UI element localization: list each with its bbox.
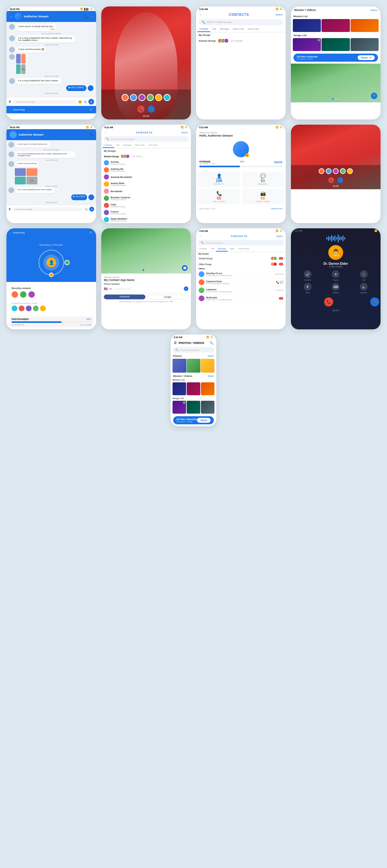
select-btn[interactable]: Select [208,355,214,357]
contact-item[interactable]: Dylan Hamilton 10 Mutual Friends [101,216,191,223]
back-arrow[interactable]: ← [199,235,202,238]
movie-1[interactable] [173,382,186,395]
song-thumb-2[interactable] [321,38,350,51]
menu-icon[interactable]: ☰ [174,341,177,345]
movie-thumb-3[interactable] [351,19,379,32]
message-input[interactable]: Type your message... [12,207,83,211]
confirm-icon[interactable]: ✓ [184,286,188,291]
dot-2[interactable] [335,98,337,100]
prev-avatar[interactable] [40,306,46,311]
select-label[interactable]: Select [182,131,188,134]
call-icon[interactable]: 📞 [276,281,279,284]
more-icon[interactable]: ⋯ [90,15,93,19]
select-label[interactable]: Select [275,13,283,16]
tab-video[interactable]: Video Chat [133,143,146,148]
dot-1[interactable] [332,98,334,100]
song-3[interactable] [201,401,214,414]
prev-avatar[interactable] [19,306,25,311]
mic-icon[interactable]: 🎙 [8,208,11,211]
video-call-button[interactable]: 📹 [370,298,379,306]
contact-item[interactable]: Audrey Belle 12 Mutual Friends [101,181,191,188]
song-thumb-3[interactable] [351,38,379,51]
tab-invite[interactable]: Invite Frien [146,143,160,148]
search-icon[interactable]: 🔍 [209,341,213,345]
school-group-item[interactable]: School Group 5 [196,255,286,261]
phone-icon[interactable]: 📞 [90,133,93,136]
tab-message[interactable]: Message [121,143,133,148]
contact-item[interactable]: Colin 5 Mutual Friends [101,202,191,209]
contact-item[interactable]: Brandon Cameron 15 Mutual Friends [101,195,191,202]
mute-btn[interactable]: 🎙 Mute [295,283,321,293]
prev-avatar[interactable] [11,306,17,311]
add-btn[interactable]: ➕ Add [351,270,377,281]
school-group-row[interactable]: School Group 121 Friends [196,37,286,44]
tab-call[interactable]: Call [114,143,121,148]
back-arrow-icon[interactable]: ← [199,13,203,17]
send-button[interactable]: ➤ [89,99,94,104]
back-search-label[interactable]: ← Searching [10,231,25,234]
song-1[interactable]: ✓ [173,401,186,414]
phone-icon[interactable]: 📞 [84,15,88,19]
search-icon[interactable]: 🛒 [89,231,93,235]
select-label[interactable]: Select [276,235,283,237]
photo-thumb[interactable] [187,359,201,373]
message-input[interactable]: Type your message... [13,100,77,104]
school-group[interactable]: School Group 121 Friends [101,153,191,159]
tab-invite[interactable]: Invite Frien [246,27,261,32]
end-call-button[interactable]: 📞 [328,177,334,183]
tab-call[interactable]: Call [210,27,218,32]
end-call-button[interactable]: 📞 [137,105,144,113]
tab-message[interactable]: Message [216,246,228,252]
prev-avatar[interactable] [26,306,32,311]
chat-input-bar[interactable]: 🎙 Type your message... 📎 ➤ [6,205,96,213]
message-item[interactable]: Dorothy Ch ico Lorem ipsum is simply dum… [196,270,286,278]
msg-icon[interactable]: 💬 [280,281,283,284]
share-button[interactable]: Share ➤ [358,55,375,60]
recent-contact[interactable]: ..... [20,291,27,300]
contact-item[interactable]: Amanda Bernadette [101,174,191,181]
tab-message[interactable]: Message [218,27,231,32]
movie-thumb-2[interactable] [321,19,350,32]
office-group-item[interactable]: Office Group 3 [196,261,286,267]
pause-btn[interactable]: ⏸ Pause [323,270,349,281]
message-item[interactable]: McDonald Lorem ipsum is simply dummy... … [196,294,286,303]
tab-call[interactable]: Call [209,246,216,252]
prev-avatar[interactable] [33,306,39,311]
dot-3[interactable] [338,98,340,100]
tab-invite[interactable]: Invite Friend [237,246,251,252]
back-arrow-icon[interactable]: ← [10,15,13,19]
attach-icon[interactable]: 📎 [84,208,88,211]
search-bar[interactable]: 🔍 Q Search group/chat [198,240,284,245]
message-item[interactable]: Lawrence Lorem ipsum is simply dummy... … [196,286,286,294]
facebook-button[interactable]: Facebook [104,294,145,299]
emoji-icon[interactable]: 😊 [78,100,82,104]
select-label[interactable]: Select [370,9,377,11]
dialpad-btn[interactable]: ⌨ Dialpad [323,283,349,293]
chat-input-bar[interactable]: 🎙 Type your message... 😊 📎 ➤ [6,97,96,106]
search-bar[interactable]: 🔍 Q Search Contacts by name [103,136,189,142]
speaker2-btn[interactable]: 🔈 Speaker [351,283,377,293]
search-bar[interactable]: 🔍 Q Search photo/videos [173,347,215,352]
recent-contact[interactable]: ..... [11,291,18,300]
phone-field[interactable]: 🇺🇸 +1 +1 XXXXX YYYY ✓ [104,285,188,292]
photo-thumb[interactable] [201,359,214,373]
help-icon[interactable]: ? [371,93,377,99]
recent-contact[interactable]: ..... [28,291,35,300]
movie-3[interactable] [201,382,214,395]
upgrade-plan[interactable]: Upgrade Plan [271,208,283,210]
mic-icon[interactable]: 🎙 [8,100,11,104]
video-button[interactable]: 📹 [148,105,155,113]
dot-2[interactable] [145,269,147,271]
dot-active[interactable] [143,269,144,271]
tab-video[interactable]: Video [228,246,236,252]
search-bar[interactable]: 🔍 Search Contacts by name [199,19,283,25]
tab-contacts[interactable]: Contacts [197,27,210,32]
tab-contacts[interactable]: Contacts [197,246,209,252]
tab-contacts[interactable]: Contacts [103,143,114,148]
speaker-btn[interactable]: 🔊 Speaker [295,270,321,281]
dot-3[interactable] [148,269,150,271]
profile-avatar[interactable]: ✏ [233,141,249,157]
tab-video-chat[interactable]: Video Chat [231,27,246,32]
chat-float-icon[interactable]: 💬 [182,265,188,271]
contact-item[interactable]: Bernadette [101,188,191,195]
